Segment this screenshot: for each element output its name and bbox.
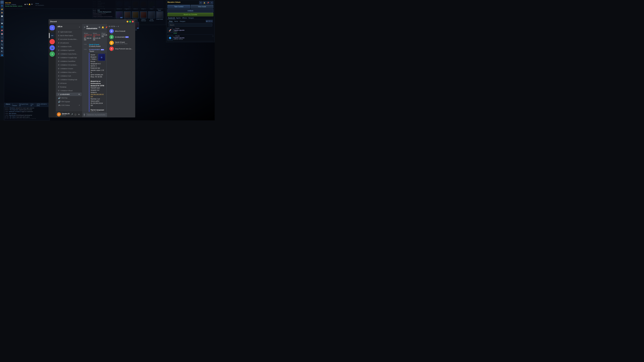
channel-r-irl[interactable]: # r-initiative-4-irl-product... — [56, 63, 82, 67]
tab-corp[interactable]: Corp [0] — [30, 103, 35, 106]
header-notification-icon[interactable]: 🔔 — [102, 26, 104, 28]
player-entry-6[interactable]: [pers]Kek — [93, 9, 114, 11]
channel-ri4-garagi[interactable]: 🔊 RI4-Гаражи — [56, 100, 82, 103]
macabre-lock-icon[interactable]: 🔒 — [203, 1, 206, 4]
member-serg[interactable]: S Serg Porievich aka Qu... — [108, 46, 134, 51]
settings-button[interactable]: ⚙ — [78, 113, 80, 116]
tab-alliance[interactable]: Alliance — [5, 103, 11, 106]
header-pin-icon[interactable]: 📌 — [105, 26, 107, 28]
slot-small-memetic[interactable]: Small Memetic — [148, 11, 156, 21]
left-bar-agency-icon[interactable]: 🎯 — [0, 29, 4, 32]
msg-author-bot[interactable]: Q.Industrialist — [89, 49, 100, 50]
left-bar-market-icon[interactable]: 📊 — [0, 15, 4, 18]
tab-r-initiative[interactable]: r-initiative — [12, 103, 18, 106]
channel-r-supply[interactable]: # r-initiative-4-supply-logi — [56, 56, 82, 59]
tab-intel-drones[interactable]: INTEL DRONE'S [566] — [36, 103, 49, 106]
channel-night-trade[interactable]: # night-trade-team — [56, 30, 82, 34]
tab-officers[interactable]: Officers — [182, 17, 188, 19]
left-bar-probe-icon[interactable]: 🔍 — [0, 50, 4, 53]
left-bar-inventory-icon[interactable]: 📦 — [0, 11, 4, 14]
view-toggle-2[interactable]: ☰ — [208, 20, 210, 22]
slot-med-warhead[interactable]: Medium Warhead — [140, 11, 147, 21]
tab-ships[interactable]: Ships — [168, 20, 174, 23]
tab-items[interactable]: Items — [174, 20, 179, 23]
server-icon-z85[interactable]: Z85 — [50, 33, 55, 38]
channel-r-trading[interactable]: # r-initiative-4-trading-hub — [56, 78, 82, 81]
unblock-button[interactable]: Unblock — [168, 9, 213, 12]
view-inside-button[interactable]: View inside — [191, 5, 213, 8]
chat-input[interactable] — [86, 113, 107, 116]
member-mimo[interactable]: M Mimo Krokodil — [108, 28, 134, 34]
channel-konveer[interactable]: # Конвеер — [56, 85, 82, 89]
channel-ri4-pub[interactable]: 🔊 RI4-Pub — [56, 96, 82, 100]
add-server-icon[interactable]: + — [50, 51, 55, 57]
left-bar-calendar-icon[interactable]: 📅 — [0, 32, 4, 35]
channel-q-industrialist[interactable]: # q-industrialist ⚙ — [56, 93, 82, 96]
close-button[interactable] — [132, 21, 134, 22]
view-toggle-3[interactable]: ≡ — [210, 20, 213, 22]
channel-darvin[interactable]: # darvin-fleet-hqtext — [56, 34, 82, 37]
top-bar-icon-3[interactable]: 🔔 — [28, 3, 30, 5]
channel-settings-icon[interactable]: ⚙ — [78, 93, 80, 95]
server-icon-2[interactable]: 🔴 — [50, 39, 55, 44]
left-bar-corp-icon[interactable]: 🏢 — [0, 22, 4, 25]
top-bar-icon-2[interactable]: ⚙ — [26, 3, 28, 5]
left-bar-wallet-icon[interactable]: 💰 — [0, 8, 4, 11]
take-control-button[interactable]: Take Control — [168, 5, 190, 8]
macabre-close-icon[interactable]: ✕ — [210, 1, 213, 4]
member-q-industrialist[interactable]: Q Q.Industrialist BOT — [108, 34, 134, 40]
attach-button[interactable]: + — [84, 113, 85, 116]
top-bar-icon-4[interactable]: 👁 — [31, 3, 33, 5]
ship-search-input[interactable] — [169, 24, 212, 26]
left-bar-people-icon[interactable]: 👥 — [0, 53, 4, 57]
left-bar-dscan-icon[interactable]: 📡 — [0, 46, 4, 50]
system-name[interactable]: B2J-5N — [5, 2, 22, 4]
board-corvette-button[interactable]: Board my Corvette — [168, 13, 213, 16]
channel-r-wh[interactable]: # r-initiative-4-wh — [56, 74, 82, 78]
channel-r-moon[interactable]: # r-initiative-4-moon — [56, 67, 82, 70]
channel-r-workflow[interactable]: # r-initiative-4-workflow — [56, 59, 82, 63]
maximize-button[interactable] — [129, 21, 131, 22]
channel-r-buy[interactable]: # r-initiative-4-buy-sell-o... — [56, 70, 82, 74]
header-settings-icon[interactable]: ⚙ — [98, 26, 100, 28]
left-bar-map-icon[interactable]: ⬡ — [0, 0, 4, 4]
channel-eve-online[interactable]: 🎮 EVE Online ↗ — [56, 104, 82, 107]
macabre-settings-icon[interactable]: ⚙ — [199, 1, 202, 4]
view-toggle-1[interactable]: ▦ — [206, 20, 208, 22]
server-icon-3[interactable]: 📺 — [50, 45, 55, 50]
channel-r-general[interactable]: # r-initiative-4-general — [56, 48, 82, 52]
channel-ri4-forum[interactable]: # ri4-forum — [56, 81, 82, 85]
channel-r-flood[interactable]: # r-initiative-4-flood — [56, 89, 82, 92]
left-bar-char-icon[interactable]: 👤 — [0, 4, 4, 7]
tab-hangars-2[interactable]: Hangars — [179, 20, 186, 23]
minimize-button[interactable] — [126, 21, 128, 22]
msg-author-qandr[interactable]: Qandr (Саня) — [89, 44, 99, 45]
server-divider — [50, 31, 54, 32]
ship-item-epithal[interactable]: 🚀 — Dealer Тудим-сдыим Epithal Active — [168, 27, 213, 35]
channel-eve-amarr[interactable]: # eve-amarr-fw-aka-bloo... — [56, 37, 82, 41]
channel-r-pvp[interactable]: # r-initiative-4-pvp-home... — [56, 52, 82, 56]
ship-item-shuttle[interactable]: 🔷 — Shuttle S Тудим-сдыим Gallente Modul… — [168, 35, 213, 41]
mute-button[interactable]: 🎤 — [70, 113, 73, 116]
channel-ri4-welcome[interactable]: # ri4-welcome — [56, 41, 82, 45]
left-bar-fleet-icon[interactable]: ⚔ — [0, 18, 4, 21]
deafen-button[interactable]: 🎧 — [74, 113, 77, 116]
embed-batch-label: Партия продукции 1 * 1 = 1 шт — [90, 109, 105, 112]
tab-guests[interactable]: Guests [2] — [168, 17, 176, 19]
member-qandr[interactable]: Q Qandr (Саня) Играет в EVE Online — [108, 40, 134, 46]
top-bar-icon-1[interactable]: ◉ — [24, 3, 26, 5]
left-bar-fitting-icon[interactable]: 🔧 — [0, 43, 4, 46]
tab-hangars[interactable]: Hangars — [188, 17, 194, 19]
macabre-pin-icon[interactable]: 📌 — [206, 1, 210, 4]
player-entry-7[interactable]: [pers]Учитель Французского — [93, 11, 114, 13]
channel-r-info[interactable]: # r-initiative-4-info — [56, 45, 82, 48]
tab-red-gods[interactable]: Red gods fosta [0] — [19, 103, 29, 106]
home-server-icon[interactable]: ⬡ — [50, 25, 55, 30]
left-bar-skills-icon[interactable]: 📚 — [0, 39, 4, 43]
server-header[interactable]: z85.tv ⌄ — [56, 24, 82, 29]
tab-agents[interactable]: Agents — [176, 17, 181, 19]
slot-255mm[interactable]: 255mm Light — [124, 11, 131, 20]
slot-small-kinetic[interactable]: Small Kinetic — [156, 11, 164, 20]
left-bar-alliance-icon[interactable]: 🌐 — [0, 25, 4, 28]
left-bar-mail-icon[interactable]: ✉ — [0, 36, 4, 39]
